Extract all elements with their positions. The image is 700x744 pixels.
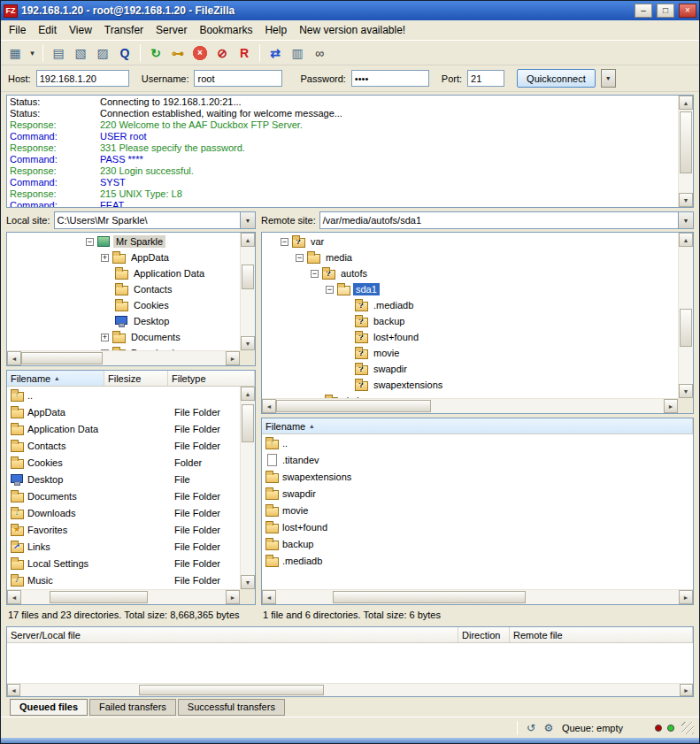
file-row-swapdir[interactable]: swapdir	[262, 485, 693, 502]
scroll-track[interactable]	[21, 351, 226, 365]
queue-tab-successful-transfers[interactable]: Successful transfers	[178, 699, 285, 716]
toggle-remote-treeview-icon[interactable]: ▨	[92, 43, 113, 63]
file-row-music[interactable]: ♪MusicFile Folder	[7, 571, 240, 588]
scroll-track[interactable]	[241, 401, 255, 575]
find-files-icon[interactable]: ∞	[309, 43, 330, 63]
scroll-left-button[interactable]: ◄	[7, 684, 20, 696]
process-queue-icon[interactable]: ⊶	[167, 43, 188, 63]
scroll-track[interactable]	[241, 247, 255, 336]
maximize-button[interactable]: □	[657, 4, 674, 18]
queue-tab-failed-transfers[interactable]: Failed transfers	[89, 699, 176, 716]
column-header-direction[interactable]: Direction	[458, 627, 510, 642]
file-row-desktop[interactable]: DesktopFile	[7, 471, 240, 487]
tree-expander-icon[interactable]: −	[281, 238, 288, 246]
tree-item-backup[interactable]: ?backup	[262, 313, 678, 329]
scroll-up-button[interactable]: ▲	[679, 96, 693, 110]
file-row-cookies[interactable]: CookiesFolder	[7, 454, 240, 471]
tree-item-mr-sparkle[interactable]: −Mr Sparkle	[7, 234, 240, 249]
tree-item-var[interactable]: −?var	[262, 234, 678, 249]
minimize-button[interactable]: –	[635, 4, 652, 18]
tree-expander-icon[interactable]: −	[296, 254, 304, 262]
tree-item-documents[interactable]: +Documents	[7, 329, 240, 345]
vertical-scrollbar[interactable]: ▲▼	[678, 96, 693, 207]
menu-item-new-version-available[interactable]: New version available!	[293, 21, 412, 39]
column-header-filetype[interactable]: Filetype	[168, 371, 255, 386]
scroll-track[interactable]	[20, 684, 680, 696]
quickconnect-dropdown[interactable]: ▼	[601, 69, 616, 88]
resize-grip[interactable]	[681, 722, 694, 734]
scroll-thumb[interactable]	[242, 404, 254, 442]
column-header-filename[interactable]: Filename ▴	[262, 418, 693, 433]
scroll-left-button[interactable]: ◄	[262, 590, 276, 604]
scroll-right-button[interactable]: ►	[679, 590, 693, 604]
scroll-left-button[interactable]: ◄	[262, 399, 276, 413]
dropdown-arrow-icon[interactable]: ▼	[240, 212, 255, 228]
reconnect-icon[interactable]: R	[234, 43, 255, 63]
scroll-down-button[interactable]: ▼	[241, 575, 255, 589]
horizontal-scrollbar[interactable]: ◄►	[7, 683, 693, 696]
column-header-remote-file[interactable]: Remote file	[510, 627, 693, 642]
scroll-down-button[interactable]: ▼	[679, 193, 693, 207]
queue-tab-queued-files[interactable]: Queued files	[10, 699, 88, 716]
file-row-movie[interactable]: movie	[262, 502, 693, 518]
scroll-down-button[interactable]: ▼	[679, 384, 693, 398]
file-row-swapextensions[interactable]: swapextensions	[262, 468, 693, 485]
scroll-thumb[interactable]	[276, 400, 431, 412]
scroll-track[interactable]	[679, 110, 693, 193]
file-row-downloads[interactable]: ↓DownloadsFile Folder	[7, 504, 240, 521]
column-header-filesize[interactable]: Filesize	[104, 371, 168, 386]
site-manager-icon[interactable]: ▦	[4, 43, 26, 63]
file-row-[interactable]: ↑..	[262, 434, 693, 451]
title-bar[interactable]: FZ 192.168.1.20 - root@192.168.1.20 - Fi…	[1, 1, 699, 20]
menu-item-help[interactable]: Help	[258, 21, 293, 39]
remote-site-combo[interactable]: /var/media/autofs/sda1 ▼	[319, 211, 694, 229]
host-input[interactable]	[36, 70, 129, 87]
column-header-filename[interactable]: Filename ▴	[7, 371, 104, 386]
file-row-titandev[interactable]: .titandev	[262, 451, 693, 468]
tree-item-media[interactable]: −media	[262, 249, 678, 265]
tree-expander-icon[interactable]: −	[326, 286, 334, 294]
horizontal-scrollbar[interactable]: ◄►	[262, 589, 693, 604]
port-input[interactable]	[467, 70, 504, 87]
vertical-scrollbar[interactable]: ▲▼	[240, 387, 255, 589]
tree-item-mediadb[interactable]: ?.mediadb	[262, 297, 678, 313]
scroll-track[interactable]	[679, 247, 693, 384]
scroll-left-button[interactable]: ◄	[7, 590, 21, 604]
tree-expander-icon[interactable]: +	[101, 254, 109, 262]
dropdown-arrow-icon[interactable]: ▼	[678, 212, 693, 228]
tree-item-autofs[interactable]: −?autofs	[262, 265, 678, 281]
quickconnect-button[interactable]: Quickconnect	[517, 69, 596, 88]
file-row-favorites[interactable]: ★FavoritesFile Folder	[7, 521, 240, 538]
scroll-right-button[interactable]: ►	[226, 590, 240, 604]
tree-expander-icon[interactable]: +	[101, 334, 109, 341]
vertical-scrollbar[interactable]: ▲▼	[678, 233, 693, 398]
site-manager-dropdown[interactable]: ▾	[27, 43, 38, 63]
directory-comparison-icon[interactable]: ▥	[287, 43, 308, 63]
refresh-icon[interactable]: ↻	[145, 43, 166, 63]
file-row-local-settings[interactable]: Local SettingsFile Folder	[7, 555, 240, 571]
scroll-track[interactable]	[276, 590, 679, 604]
scroll-up-button[interactable]: ▲	[241, 387, 255, 401]
column-header-local-file[interactable]: Server/Local file	[7, 627, 458, 642]
password-input[interactable]	[351, 70, 429, 87]
scroll-thumb[interactable]	[21, 352, 103, 364]
scroll-right-button[interactable]: ►	[664, 399, 678, 413]
menu-item-bookmarks[interactable]: Bookmarks	[193, 21, 258, 39]
file-row-lost-found[interactable]: lost+found	[262, 518, 693, 535]
toggle-local-treeview-icon[interactable]: ▧	[70, 43, 91, 63]
scroll-right-button[interactable]: ►	[680, 684, 693, 696]
filter-icon[interactable]: ⇄	[265, 43, 286, 63]
sync-transfer-icon[interactable]: ↺	[523, 721, 539, 735]
tree-item-cookies[interactable]: Cookies	[7, 297, 240, 313]
menu-item-transfer[interactable]: Transfer	[98, 21, 150, 39]
tree-item-swapdir[interactable]: ?swapdir	[262, 361, 678, 377]
file-row-mediadb[interactable]: .mediadb	[262, 552, 693, 569]
scroll-down-button[interactable]: ▼	[241, 336, 255, 350]
vertical-scrollbar[interactable]: ▲▼	[240, 233, 255, 350]
scroll-thumb[interactable]	[680, 111, 692, 174]
file-row-backup[interactable]: backup	[262, 535, 693, 552]
tree-expander-icon[interactable]: −	[311, 270, 319, 278]
scroll-thumb[interactable]	[680, 309, 692, 347]
file-row-contacts[interactable]: ContactsFile Folder	[7, 437, 240, 454]
scroll-left-button[interactable]: ◄	[7, 351, 21, 365]
